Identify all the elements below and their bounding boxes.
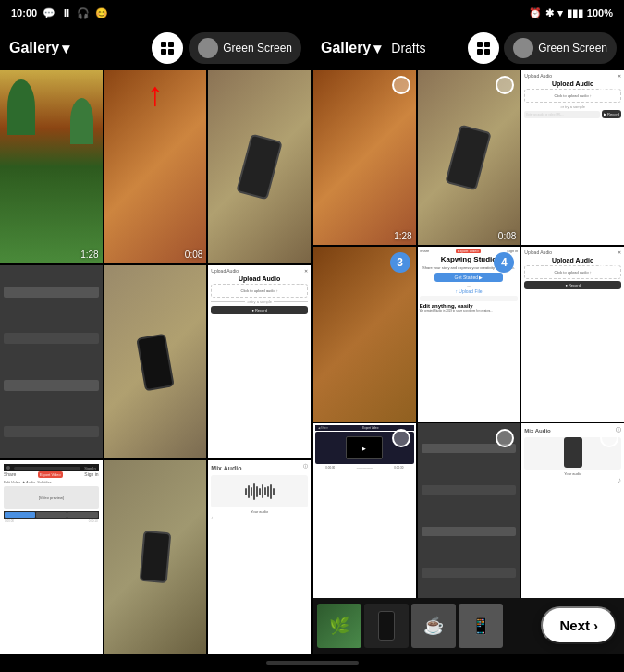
grid-item[interactable]: 0:08 — [418, 70, 520, 245]
grid-item[interactable] — [208, 70, 311, 263]
thumbnail[interactable]: 🌿 — [317, 604, 361, 648]
grid-item[interactable]: Upload Audio ✕ Upload Audio Click to upl… — [521, 70, 624, 245]
gallery-label: Gallery — [9, 40, 59, 56]
left-panel: Gallery ▾ Green Screen 1:28 — [0, 26, 311, 654]
next-label: Next — [559, 617, 590, 633]
thumbnail[interactable] — [364, 604, 409, 648]
grid-icon — [160, 41, 175, 55]
grid-item[interactable] — [418, 423, 520, 598]
right-panel: Gallery ▾ Drafts Green Screen — [313, 26, 624, 654]
selection-badge: 3 — [390, 252, 410, 273]
status-bar-right: ⏰ ✱ ▾ ▮▮▮ 100% — [529, 7, 613, 19]
battery: 100% — [587, 7, 613, 18]
grid-item[interactable]: ◀ Share Export Video ▶ 0:00:00 ──────── … — [313, 423, 416, 598]
status-bar: 10:00 💬 ⏸ 🎧 😊 ⏰ ✱ ▾ ▮▮▮ 100% — [0, 0, 624, 26]
main-content: Gallery ▾ Green Screen 1:28 — [0, 26, 624, 654]
svg-rect-6 — [477, 49, 483, 55]
grid-item[interactable] — [104, 265, 207, 458]
bluetooth-icon: ✱ — [545, 7, 554, 19]
svg-rect-7 — [484, 49, 490, 55]
right-gallery-label: Gallery — [321, 40, 371, 56]
grid-item[interactable]: Sign In Share Export Video Sign in Edit … — [0, 460, 103, 654]
gallery-dropdown[interactable]: Gallery ▾ — [9, 40, 69, 57]
status-bar-left: 10:00 💬 ⏸ 🎧 😊 — [11, 7, 108, 19]
grid-item[interactable]: Mix Audio ⓘ Your audio ♪ — [521, 423, 624, 598]
grid-item[interactable]: 1:28 — [313, 70, 416, 245]
grid-item[interactable] — [0, 265, 103, 458]
right-avatar — [513, 38, 533, 58]
left-panel-header: Gallery ▾ Green Screen — [0, 26, 311, 70]
grid-view-button[interactable] — [152, 32, 183, 64]
time: 10:00 — [11, 7, 37, 18]
thumbnail[interactable]: 📱 — [459, 604, 503, 648]
right-green-screen-button[interactable]: Green Screen — [504, 32, 617, 64]
select-circle — [600, 252, 618, 271]
signal-icon: ▮▮▮ — [567, 7, 583, 19]
svg-rect-1 — [168, 42, 174, 47]
wifi-icon: ▾ — [557, 7, 563, 19]
alarm-icon: ⏰ — [529, 7, 542, 19]
pause-icon: ⏸ — [61, 7, 71, 18]
grid-item[interactable]: ↑ 0:08 — [104, 70, 207, 263]
select-circle — [600, 429, 618, 447]
svg-rect-2 — [161, 49, 166, 55]
whatsapp-icon: 💬 — [43, 7, 55, 19]
green-screen-label: Green Screen — [223, 42, 292, 55]
avatar — [198, 38, 218, 58]
drafts-label: Drafts — [391, 41, 425, 55]
svg-rect-5 — [484, 42, 490, 47]
navigation-bar — [0, 654, 624, 672]
thumbnail[interactable]: ☕ — [411, 604, 456, 648]
grid-item[interactable]: Mix Audio ⓘ — [208, 460, 311, 654]
grid-item[interactable]: Upload Audio ✕ Upload Audio Click to upl… — [208, 265, 311, 458]
home-indicator — [266, 661, 359, 665]
chevron-down-icon: ▾ — [62, 40, 69, 57]
grid-item[interactable]: 3 — [313, 247, 416, 422]
duration-badge: 1:28 — [394, 231, 411, 241]
right-photo-grid: 1:28 0:08 Upload Audio ✕ Upload Audi — [313, 70, 624, 598]
right-gallery-dropdown[interactable]: Gallery ▾ — [321, 40, 381, 57]
next-arrow-icon: › — [593, 617, 598, 633]
svg-rect-0 — [161, 42, 166, 47]
right-grid-view-button[interactable] — [468, 32, 499, 64]
select-circle — [392, 76, 410, 94]
duration-badge: 1:28 — [80, 250, 98, 260]
select-circle — [600, 76, 618, 94]
green-screen-button[interactable]: Green Screen — [189, 32, 301, 64]
next-button[interactable]: Next › — [541, 606, 617, 644]
right-green-screen-label: Green Screen — [538, 42, 607, 55]
duration-badge: 0:08 — [498, 231, 516, 241]
right-grid-icon — [476, 41, 491, 55]
left-photo-grid: 1:28 ↑ 0:08 — [0, 70, 311, 654]
svg-rect-3 — [168, 49, 174, 55]
svg-rect-4 — [477, 42, 483, 47]
grid-item[interactable]: Share Export Video Sign in Kapwing Studi… — [418, 247, 520, 422]
grid-item[interactable]: Upload Audio ✕ Upload Audio Click to upl… — [521, 247, 624, 422]
thumbnail-strip: 🌿 ☕ 📱 Next › — [313, 598, 624, 654]
select-circle — [392, 429, 410, 447]
faceid-icon: 😊 — [95, 7, 108, 19]
bt-headset-icon: 🎧 — [77, 7, 90, 19]
grid-item[interactable] — [104, 460, 207, 654]
grid-item[interactable]: 1:28 — [0, 70, 103, 263]
right-chevron-icon: ▾ — [373, 40, 381, 57]
duration-badge: 0:08 — [185, 250, 202, 260]
right-panel-header: Gallery ▾ Drafts Green Screen — [313, 26, 624, 70]
